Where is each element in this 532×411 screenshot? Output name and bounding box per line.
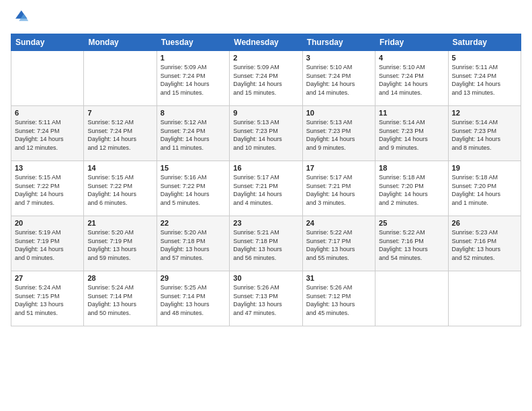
day-info: Sunrise: 5:26 AM Sunset: 7:13 PM Dayligh…	[233, 283, 298, 317]
day-number: 29	[161, 274, 226, 282]
logo-icon	[11, 8, 30, 27]
day-info: Sunrise: 5:13 AM Sunset: 7:23 PM Dayligh…	[306, 118, 371, 152]
day-info: Sunrise: 5:09 AM Sunset: 7:24 PM Dayligh…	[161, 63, 226, 97]
weekday-header-monday: Monday	[84, 34, 157, 51]
day-info: Sunrise: 5:15 AM Sunset: 7:22 PM Dayligh…	[87, 173, 152, 207]
day-info: Sunrise: 5:14 AM Sunset: 7:23 PM Dayligh…	[379, 118, 444, 152]
calendar-cell: 10Sunrise: 5:13 AM Sunset: 7:23 PM Dayli…	[302, 106, 375, 161]
calendar-cell: 5Sunrise: 5:11 AM Sunset: 7:24 PM Daylig…	[448, 51, 521, 106]
calendar-cell	[375, 271, 448, 326]
day-info: Sunrise: 5:25 AM Sunset: 7:14 PM Dayligh…	[161, 283, 226, 317]
weekday-header-friday: Friday	[375, 34, 448, 51]
day-number: 11	[379, 109, 444, 117]
logo	[11, 8, 32, 27]
day-number: 12	[452, 109, 517, 117]
day-number: 18	[379, 164, 444, 172]
calendar-cell: 15Sunrise: 5:16 AM Sunset: 7:22 PM Dayli…	[157, 161, 229, 216]
day-number: 13	[15, 164, 80, 172]
calendar-cell: 1Sunrise: 5:09 AM Sunset: 7:24 PM Daylig…	[157, 51, 229, 106]
day-number: 3	[306, 54, 371, 62]
day-number: 16	[233, 164, 298, 172]
week-row-2: 6Sunrise: 5:11 AM Sunset: 7:24 PM Daylig…	[11, 106, 521, 161]
calendar-cell: 9Sunrise: 5:13 AM Sunset: 7:23 PM Daylig…	[230, 106, 302, 161]
day-info: Sunrise: 5:19 AM Sunset: 7:19 PM Dayligh…	[15, 228, 80, 262]
day-number: 23	[233, 219, 298, 227]
day-number: 25	[379, 219, 444, 227]
day-info: Sunrise: 5:11 AM Sunset: 7:24 PM Dayligh…	[15, 118, 80, 152]
day-number: 2	[233, 54, 298, 62]
calendar-cell: 12Sunrise: 5:14 AM Sunset: 7:23 PM Dayli…	[448, 106, 521, 161]
calendar-cell	[84, 51, 157, 106]
page: SundayMondayTuesdayWednesdayThursdayFrid…	[0, 0, 532, 411]
calendar-cell	[11, 51, 84, 106]
day-info: Sunrise: 5:20 AM Sunset: 7:19 PM Dayligh…	[87, 228, 152, 262]
calendar-cell: 11Sunrise: 5:14 AM Sunset: 7:23 PM Dayli…	[375, 106, 448, 161]
calendar-cell: 25Sunrise: 5:22 AM Sunset: 7:16 PM Dayli…	[375, 216, 448, 271]
calendar-cell: 31Sunrise: 5:26 AM Sunset: 7:12 PM Dayli…	[302, 271, 375, 326]
calendar-cell	[448, 271, 521, 326]
day-number: 20	[15, 219, 80, 227]
day-info: Sunrise: 5:10 AM Sunset: 7:24 PM Dayligh…	[306, 63, 371, 97]
day-number: 6	[15, 109, 80, 117]
day-number: 19	[452, 164, 517, 172]
day-number: 31	[306, 274, 371, 282]
day-number: 15	[161, 164, 226, 172]
day-info: Sunrise: 5:11 AM Sunset: 7:24 PM Dayligh…	[452, 63, 517, 97]
day-info: Sunrise: 5:09 AM Sunset: 7:24 PM Dayligh…	[233, 63, 298, 97]
calendar-cell: 4Sunrise: 5:10 AM Sunset: 7:24 PM Daylig…	[375, 51, 448, 106]
week-row-1: 1Sunrise: 5:09 AM Sunset: 7:24 PM Daylig…	[11, 51, 521, 106]
day-number: 22	[161, 219, 226, 227]
day-number: 17	[306, 164, 371, 172]
calendar-cell: 8Sunrise: 5:12 AM Sunset: 7:24 PM Daylig…	[157, 106, 229, 161]
day-info: Sunrise: 5:15 AM Sunset: 7:22 PM Dayligh…	[15, 173, 80, 207]
day-info: Sunrise: 5:26 AM Sunset: 7:12 PM Dayligh…	[306, 283, 371, 317]
calendar-cell: 22Sunrise: 5:20 AM Sunset: 7:18 PM Dayli…	[157, 216, 229, 271]
calendar-cell: 2Sunrise: 5:09 AM Sunset: 7:24 PM Daylig…	[230, 51, 302, 106]
calendar-table: SundayMondayTuesdayWednesdayThursdayFrid…	[11, 34, 521, 326]
calendar-cell: 26Sunrise: 5:23 AM Sunset: 7:16 PM Dayli…	[448, 216, 521, 271]
day-info: Sunrise: 5:18 AM Sunset: 7:20 PM Dayligh…	[379, 173, 444, 207]
day-info: Sunrise: 5:10 AM Sunset: 7:24 PM Dayligh…	[379, 63, 444, 97]
day-info: Sunrise: 5:20 AM Sunset: 7:18 PM Dayligh…	[161, 228, 226, 262]
calendar-cell: 17Sunrise: 5:17 AM Sunset: 7:21 PM Dayli…	[302, 161, 375, 216]
day-number: 9	[233, 109, 298, 117]
day-number: 26	[452, 219, 517, 227]
header	[11, 8, 521, 27]
day-number: 1	[161, 54, 226, 62]
day-info: Sunrise: 5:17 AM Sunset: 7:21 PM Dayligh…	[306, 173, 371, 207]
day-info: Sunrise: 5:22 AM Sunset: 7:17 PM Dayligh…	[306, 228, 371, 262]
weekday-header-wednesday: Wednesday	[230, 34, 302, 51]
calendar-cell: 27Sunrise: 5:24 AM Sunset: 7:15 PM Dayli…	[11, 271, 84, 326]
weekday-header-thursday: Thursday	[302, 34, 375, 51]
day-number: 4	[379, 54, 444, 62]
calendar-cell: 3Sunrise: 5:10 AM Sunset: 7:24 PM Daylig…	[302, 51, 375, 106]
day-info: Sunrise: 5:12 AM Sunset: 7:24 PM Dayligh…	[87, 118, 152, 152]
day-number: 14	[87, 164, 152, 172]
calendar-cell: 29Sunrise: 5:25 AM Sunset: 7:14 PM Dayli…	[157, 271, 229, 326]
calendar-cell: 14Sunrise: 5:15 AM Sunset: 7:22 PM Dayli…	[84, 161, 157, 216]
week-row-3: 13Sunrise: 5:15 AM Sunset: 7:22 PM Dayli…	[11, 161, 521, 216]
day-info: Sunrise: 5:18 AM Sunset: 7:20 PM Dayligh…	[452, 173, 517, 207]
day-number: 8	[161, 109, 226, 117]
weekday-header-tuesday: Tuesday	[157, 34, 229, 51]
calendar-cell: 18Sunrise: 5:18 AM Sunset: 7:20 PM Dayli…	[375, 161, 448, 216]
day-info: Sunrise: 5:14 AM Sunset: 7:23 PM Dayligh…	[452, 118, 517, 152]
day-info: Sunrise: 5:24 AM Sunset: 7:14 PM Dayligh…	[87, 283, 152, 317]
calendar-cell: 21Sunrise: 5:20 AM Sunset: 7:19 PM Dayli…	[84, 216, 157, 271]
calendar-cell: 19Sunrise: 5:18 AM Sunset: 7:20 PM Dayli…	[448, 161, 521, 216]
calendar-cell: 16Sunrise: 5:17 AM Sunset: 7:21 PM Dayli…	[230, 161, 302, 216]
day-info: Sunrise: 5:22 AM Sunset: 7:16 PM Dayligh…	[379, 228, 444, 262]
day-number: 30	[233, 274, 298, 282]
day-number: 21	[87, 219, 152, 227]
day-info: Sunrise: 5:24 AM Sunset: 7:15 PM Dayligh…	[15, 283, 80, 317]
day-info: Sunrise: 5:13 AM Sunset: 7:23 PM Dayligh…	[233, 118, 298, 152]
day-number: 7	[87, 109, 152, 117]
day-number: 27	[15, 274, 80, 282]
calendar-cell: 23Sunrise: 5:21 AM Sunset: 7:18 PM Dayli…	[230, 216, 302, 271]
week-row-5: 27Sunrise: 5:24 AM Sunset: 7:15 PM Dayli…	[11, 271, 521, 326]
calendar-cell: 24Sunrise: 5:22 AM Sunset: 7:17 PM Dayli…	[302, 216, 375, 271]
calendar-cell: 20Sunrise: 5:19 AM Sunset: 7:19 PM Dayli…	[11, 216, 84, 271]
week-row-4: 20Sunrise: 5:19 AM Sunset: 7:19 PM Dayli…	[11, 216, 521, 271]
day-info: Sunrise: 5:23 AM Sunset: 7:16 PM Dayligh…	[452, 228, 517, 262]
day-info: Sunrise: 5:12 AM Sunset: 7:24 PM Dayligh…	[161, 118, 226, 152]
